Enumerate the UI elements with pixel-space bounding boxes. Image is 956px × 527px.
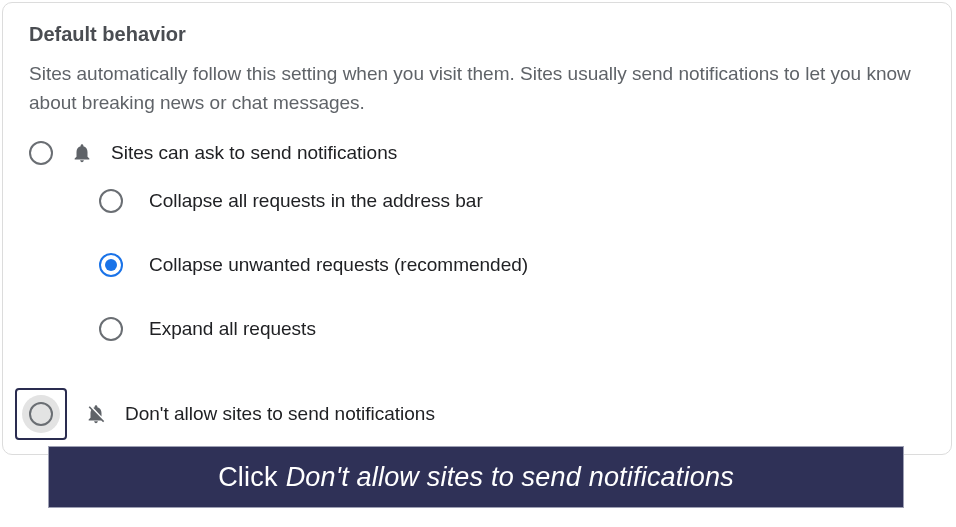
sub-options: Collapse all requests in the address bar… [99,189,925,341]
radio-expand-all[interactable] [99,317,123,341]
option-ask-label: Sites can ask to send notifications [111,142,397,164]
radio-ask[interactable] [29,141,53,165]
option-block-label: Don't allow sites to send notifications [125,403,435,425]
sub-option-collapse-unwanted[interactable]: Collapse unwanted requests (recommended) [99,253,925,277]
sub-option-collapse-all[interactable]: Collapse all requests in the address bar [99,189,925,213]
radio-collapse-unwanted[interactable] [99,253,123,277]
instruction-banner: Click Don't allow sites to send notifica… [48,446,904,508]
sub-label-expand-all: Expand all requests [149,318,316,340]
radio-block[interactable] [29,402,53,426]
bell-icon [71,142,93,164]
focus-highlight [15,388,67,440]
settings-card: Default behavior Sites automatically fol… [2,2,952,455]
sub-option-expand-all[interactable]: Expand all requests [99,317,925,341]
sub-label-collapse-unwanted: Collapse unwanted requests (recommended) [149,254,528,276]
bell-off-icon [85,403,107,425]
section-title: Default behavior [29,23,925,46]
option-ask-row[interactable]: Sites can ask to send notifications [29,141,925,165]
section-description: Sites automatically follow this setting … [29,60,925,117]
sub-label-collapse-all: Collapse all requests in the address bar [149,190,483,212]
option-block-row[interactable]: Don't allow sites to send notifications [15,388,435,440]
instruction-action: Don't allow sites to send notifications [286,462,734,493]
radio-collapse-all[interactable] [99,189,123,213]
instruction-prefix: Click [218,462,278,493]
